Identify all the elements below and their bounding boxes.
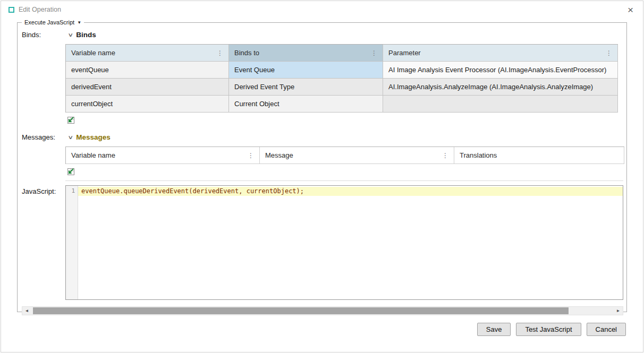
- column-menu-icon[interactable]: ⋮: [244, 152, 254, 159]
- chevron-down-icon: ∨: [67, 32, 73, 38]
- cell-binds-to[interactable]: Current Object: [229, 96, 383, 113]
- cell-binds-to-selected[interactable]: Event Queue: [229, 62, 383, 79]
- dialog-buttons: Save Test JavaScript Cancel: [1, 323, 626, 336]
- column-header-message[interactable]: Message ⋮: [260, 147, 454, 164]
- messages-header-row: Variable name ⋮ Message ⋮ Translations: [66, 147, 624, 164]
- javascript-section: 1 eventQueue.queueDerivedEvent(derivedEv…: [64, 185, 624, 300]
- messages-label: Messages:: [22, 129, 64, 185]
- cell-parameter[interactable]: AI.ImageAnalysis.AnalyzeImage (AI.ImageA…: [383, 79, 618, 96]
- table-row: derivedEvent Derived Event Type AI.Image…: [66, 79, 618, 96]
- line-number: 1: [66, 187, 75, 194]
- binds-table: Variable name ⋮ Binds to ⋮ Parameter ⋮: [65, 44, 618, 113]
- cell-parameter[interactable]: [383, 96, 618, 113]
- messages-section-title: Messages: [76, 133, 111, 141]
- column-menu-icon[interactable]: ⋮: [368, 49, 377, 57]
- test-javascript-button[interactable]: Test JavaScript: [516, 323, 581, 336]
- javascript-editor[interactable]: 1 eventQueue.queueDerivedEvent(derivedEv…: [65, 185, 623, 300]
- column-header-variable-name[interactable]: Variable name ⋮: [66, 45, 229, 62]
- messages-section: ∨ Messages Variable name ⋮ Message ⋮: [64, 129, 624, 185]
- table-row: eventQueue Event Queue AI Image Analysis…: [66, 62, 618, 79]
- binds-section-header[interactable]: ∨ Binds: [69, 31, 624, 39]
- scroll-left-icon[interactable]: ◄: [22, 307, 31, 315]
- column-menu-icon[interactable]: ⋮: [439, 152, 448, 159]
- close-icon[interactable]: ×: [625, 5, 635, 15]
- messages-table: Variable name ⋮ Message ⋮ Translations: [65, 147, 624, 164]
- messages-section-header[interactable]: ∨ Messages: [69, 133, 624, 141]
- window-title: Edit Operation: [19, 6, 61, 13]
- save-button[interactable]: Save: [477, 323, 511, 336]
- cell-variable-name[interactable]: derivedEvent: [66, 79, 229, 96]
- cell-variable-name[interactable]: currentObject: [66, 96, 229, 113]
- operation-content: Binds: ∨ Binds Variable name ⋮ Binds to: [21, 25, 624, 300]
- editor-code-area[interactable]: eventQueue.queueDerivedEvent(derivedEven…: [78, 186, 623, 299]
- add-bind-row-icon[interactable]: [66, 115, 624, 125]
- javascript-label: JavaScript:: [22, 185, 64, 300]
- column-menu-icon[interactable]: ⋮: [603, 49, 612, 57]
- horizontal-scrollbar[interactable]: ◄ ►: [22, 306, 623, 315]
- operation-type-dropdown[interactable]: Execute JavaScript ▼: [22, 19, 84, 25]
- scrollbar-thumb[interactable]: [33, 307, 569, 314]
- section-divider: [65, 180, 623, 181]
- chevron-down-icon: ∨: [67, 134, 73, 140]
- cancel-button[interactable]: Cancel: [587, 323, 626, 336]
- code-line[interactable]: eventQueue.queueDerivedEvent(derivedEven…: [78, 187, 623, 196]
- column-menu-icon[interactable]: ⋮: [214, 49, 223, 57]
- binds-header-row: Variable name ⋮ Binds to ⋮ Parameter ⋮: [66, 45, 618, 62]
- binds-label: Binds:: [22, 27, 64, 129]
- scrollbar-track[interactable]: [31, 307, 614, 315]
- scroll-right-icon[interactable]: ►: [614, 307, 623, 315]
- binds-section-title: Binds: [76, 31, 96, 39]
- chevron-down-icon: ▼: [77, 20, 81, 25]
- operation-group: Execute JavaScript ▼ Binds: ∨ Binds Vari…: [17, 19, 627, 312]
- column-header-variable-name[interactable]: Variable name ⋮: [66, 147, 260, 164]
- column-header-translations[interactable]: Translations: [454, 147, 624, 164]
- cell-binds-to[interactable]: Derived Event Type: [229, 79, 383, 96]
- column-header-binds-to[interactable]: Binds to ⋮: [229, 45, 383, 62]
- editor-gutter: 1: [66, 186, 78, 299]
- edit-operation-dialog: Edit Operation × Execute JavaScript ▼ Bi…: [1, 1, 643, 352]
- window-icon: [9, 7, 14, 13]
- operation-type-label: Execute JavaScript: [24, 19, 74, 25]
- titlebar: Edit Operation ×: [1, 1, 643, 18]
- add-message-row-icon[interactable]: [66, 167, 624, 176]
- column-header-parameter[interactable]: Parameter ⋮: [383, 45, 618, 62]
- cell-variable-name[interactable]: eventQueue: [66, 62, 229, 79]
- binds-section: ∨ Binds Variable name ⋮ Binds to ⋮: [64, 27, 624, 129]
- table-row: currentObject Current Object: [66, 96, 618, 113]
- cell-parameter[interactable]: AI Image Analysis Event Processor (AI.Im…: [383, 62, 618, 79]
